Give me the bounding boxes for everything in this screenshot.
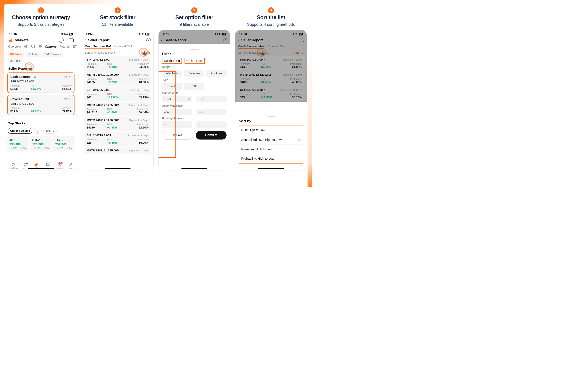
sort-button[interactable]: Sort by Annualized ROI ▴ — [238, 51, 269, 54]
mv-from-input[interactable]: 10.00B — [162, 96, 192, 102]
sort-button[interactable]: Sort by Annualized ROI ▾ — [85, 51, 115, 54]
search-icon[interactable] — [59, 38, 64, 43]
chip-cme-futures[interactable]: CME Futures — [42, 52, 63, 57]
roi-value: +5.08% — [31, 87, 51, 91]
nav-watchlists[interactable]: Watchlists — [9, 162, 18, 169]
stock-card[interactable]: SPY 555.280 +0.12%5.66M — [7, 136, 29, 151]
tab-options[interactable]: Options — [45, 45, 56, 49]
roi-label: ROI — [261, 78, 281, 80]
type-stock[interactable]: Stock — [162, 83, 182, 90]
stock-card[interactable]: NVDA 128.200 +1.88%3.43M — [30, 136, 52, 151]
phone-3: 11:53 ::!!ᯤ52 ‹ Seller Report i Filter S… — [158, 30, 230, 170]
sort-option-label: Probability: High to Low — [241, 157, 274, 160]
top-stocks-header[interactable]: Top Stocks › — [5, 120, 77, 126]
tab-us[interactable]: US — [31, 45, 35, 49]
option-row[interactable]: SIRI 240712 3.00PExpires in 4 DaysPremiu… — [237, 56, 304, 71]
roi-label: ROI — [261, 62, 281, 65]
option-row[interactable]: MSTR 240712 1275.00PExpires in 4 Days — [84, 147, 151, 154]
mv-to-input[interactable]: 0.00B — [196, 96, 227, 102]
tab-cash-secured-put[interactable]: Cash Secured Put — [85, 45, 111, 49]
phone-1: 16:16 ::!! 5G 95 Markets — [5, 30, 77, 170]
range-positions[interactable]: Positions — [206, 70, 227, 76]
up-to-input[interactable]: 0.00 — [196, 109, 227, 115]
roi-value: +3.75% — [261, 80, 281, 84]
more-link[interactable]: More › — [64, 75, 72, 78]
chip-us-index[interactable]: US Index — [25, 52, 41, 57]
sort-option[interactable]: Premium: High to Low — [240, 145, 302, 154]
roi-label: ROI — [107, 62, 128, 65]
premium-value: $26 — [87, 141, 107, 144]
filter-button[interactable]: Filter ⇅ — [294, 51, 304, 54]
strategy-card-cash-secured-put[interactable]: Cash Secured Put More › SIRI 240712 3.00… — [7, 72, 74, 93]
sort-option[interactable]: Probability: High to Low — [240, 154, 302, 163]
option-filter-tab[interactable]: Option Filter — [184, 58, 205, 64]
more-link[interactable]: More › — [64, 98, 72, 101]
confirm-button[interactable]: Confirm — [196, 131, 227, 139]
sort-option[interactable]: Annualized ROI: High to Low✓ — [240, 135, 302, 145]
chat-icon — [23, 162, 28, 167]
premium-value: $4452.5 — [87, 111, 107, 114]
seller-report-label: Seller Report — [8, 67, 28, 70]
back-button[interactable]: ‹ — [238, 38, 239, 42]
reset-button[interactable]: Reset — [162, 131, 193, 139]
type-etf[interactable]: ETF — [184, 83, 205, 90]
tab-covered-call[interactable]: Covered Call — [268, 45, 285, 49]
option-row[interactable]: MSTR 240712 1285.00PExpires in 4 DaysPre… — [84, 102, 151, 116]
er-to-input[interactable]: 0 — [196, 121, 227, 128]
tab-overview[interactable]: Overview — [8, 45, 21, 49]
premium-value: $45 — [240, 96, 261, 99]
chip-us-stock[interactable]: US Stock — [8, 52, 24, 57]
back-button[interactable]: ‹ — [84, 38, 86, 42]
option-row[interactable]: SIRI 240712 3.00PExpires in 4 DaysPremiu… — [84, 56, 151, 71]
range-label: Range — [162, 65, 227, 69]
nav-me[interactable]: Me — [68, 162, 73, 169]
er-from-input[interactable]: 0 — [162, 121, 192, 128]
market-value-label: Market Value — [162, 91, 227, 95]
option-row[interactable]: MSTR 240712 1280.00PExpires in 4 DaysPre… — [84, 117, 151, 131]
status-time: 11:53 — [86, 32, 94, 36]
stock-symbol: TSLA — [55, 138, 72, 141]
info-icon[interactable]: i — [223, 38, 227, 42]
option-row[interactable]: MSTR 240712 1290.00PExpires in 4 DaysPre… — [84, 71, 151, 86]
nav-moo[interactable]: Moo — [23, 162, 28, 169]
mail-icon[interactable] — [69, 38, 74, 42]
roi-value: +5.08% — [261, 65, 281, 69]
option-symbol: MSTR 240712 1280.00P — [87, 119, 119, 122]
sort-option[interactable]: ROI: High to Low — [240, 125, 302, 135]
up-from-input[interactable]: 1.00 — [162, 109, 192, 115]
tab-covered-call[interactable]: Covered Call — [114, 45, 132, 49]
range-favorites[interactable]: Favorites — [184, 70, 205, 76]
battery-icon: 52 — [299, 33, 303, 36]
sheet-grabber[interactable] — [190, 49, 199, 50]
option-expiry: Expires in 4 Days — [283, 74, 302, 76]
option-row[interactable]: SIRI 240726 3.00PExpires in 18 DaysPremi… — [237, 86, 304, 101]
tab-etf[interactable]: ETF — [73, 45, 77, 49]
filter-button[interactable]: Filter ⇅ — [141, 51, 150, 54]
seller-report-header[interactable]: Seller Report › — [5, 65, 77, 72]
stock-change: +1.88% — [32, 147, 40, 149]
sort-title: Sort by — [239, 119, 303, 123]
back-button[interactable]: ‹ — [161, 38, 162, 42]
tab-hk[interactable]: HK — [24, 45, 28, 49]
info-icon[interactable]: i — [300, 38, 304, 42]
tab-jp[interactable]: JP — [38, 45, 42, 49]
pill-oi[interactable]: OI — [34, 128, 42, 134]
roi-value: +3.38% — [107, 126, 128, 129]
nav-discover[interactable]: 99+Discover — [56, 162, 64, 169]
probability-value: 64.00% — [128, 65, 149, 69]
pill-options-volume[interactable]: Options Volume — [8, 128, 32, 134]
option-row[interactable]: SIRI 240726 3.00PExpires in 18 DaysPremi… — [84, 86, 151, 101]
premium-label: Premium — [10, 107, 31, 109]
strategy-card-covered-call[interactable]: Covered Call More › SIRI 240712 3.50C Pr… — [7, 95, 74, 115]
sheet-grabber[interactable] — [267, 116, 275, 117]
info-icon[interactable]: i — [146, 38, 151, 42]
stock-filter-tab[interactable]: Stock Filter — [162, 58, 182, 64]
range-watchlists[interactable]: Watchlists — [162, 70, 182, 76]
option-row[interactable]: SIRI 240719 3.00PExpires in 11 DaysPremi… — [84, 132, 151, 146]
chip-hk-stock[interactable]: HK Stock — [8, 58, 24, 64]
tab-futures[interactable]: Futures — [60, 45, 70, 49]
stock-card[interactable]: TSLA 252.940 +0.56%2.89M — [53, 136, 74, 151]
option-row[interactable]: MSTR 240712 1290.00PExpires in 4 DaysPre… — [237, 71, 304, 86]
pill-total-iv[interactable]: Total IV — [43, 128, 57, 134]
tab-cash-secured-put[interactable]: Cash Secured Put — [238, 45, 264, 49]
